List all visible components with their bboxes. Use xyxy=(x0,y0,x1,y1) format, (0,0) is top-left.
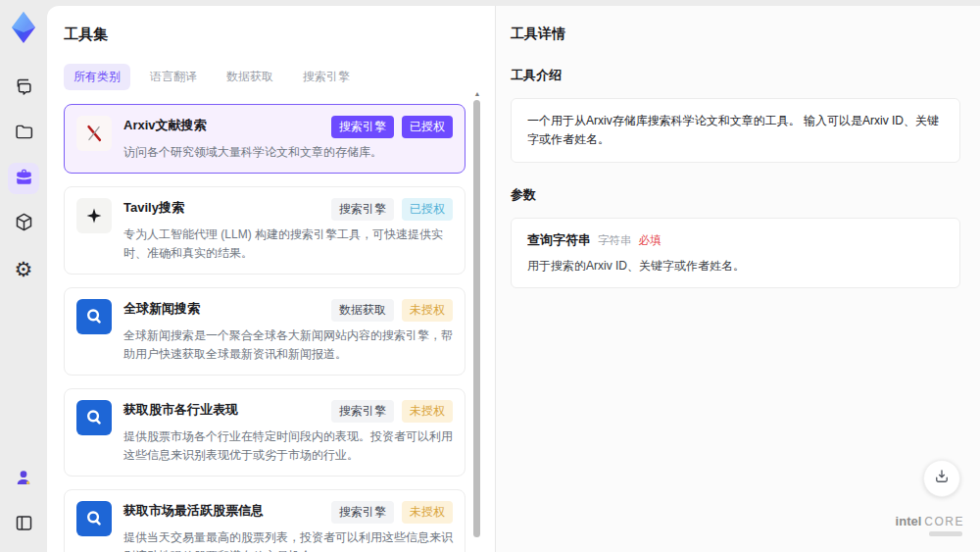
category-badge: 搜索引擎 xyxy=(331,198,394,221)
status-badge: 已授权 xyxy=(402,198,453,221)
gear-icon: ⚙ xyxy=(15,259,33,279)
core-brand-text: core xyxy=(924,515,964,528)
category-badge: 搜索引擎 xyxy=(331,501,394,524)
category-badge: 搜索引擎 xyxy=(331,400,394,423)
chat-icon xyxy=(14,76,34,101)
tool-description: 访问各个研究领域大量科学论文和文章的存储库。 xyxy=(123,143,453,162)
param-name: 查询字符串 xyxy=(527,231,591,249)
tool-description: 全球新闻搜索是一个聚合全球各大新闻网站内容的搜索引擎，帮助用户快速获取全球最新资… xyxy=(123,326,453,364)
main-panel: 工具集 所有类别 语言翻译 数据获取 搜索引擎 Arxiv文献搜索 xyxy=(47,6,980,552)
folder-icon xyxy=(14,122,34,146)
tavily-star-icon xyxy=(76,198,112,233)
arxiv-logo-icon xyxy=(76,116,112,151)
briefcase-icon xyxy=(14,167,34,191)
status-badge: 未授权 xyxy=(402,501,453,524)
tab-language-translation[interactable]: 语言翻译 xyxy=(140,64,207,90)
intro-card: 一个用于从Arxiv存储库搜索科学论文和文章的工具。 输入可以是Arxiv ID… xyxy=(511,98,960,163)
magnifier-icon xyxy=(76,400,112,435)
tool-name: Arxiv文献搜索 xyxy=(123,116,207,134)
tool-details-panel: 工具详情 工具介绍 一个用于从Arxiv存储库搜索科学论文和文章的工具。 输入可… xyxy=(495,6,980,552)
status-badge: 已授权 xyxy=(402,116,453,138)
tool-list: Arxiv文献搜索 搜索引擎 已授权 访问各个研究领域大量科学论文和文章的存储库… xyxy=(64,104,466,552)
tool-name: 全球新闻搜索 xyxy=(123,299,200,318)
tool-description: 专为人工智能代理 (LLM) 构建的搜索引擎工具，可快速提供实时、准确和真实的结… xyxy=(123,226,453,263)
tool-card-most-active-stocks[interactable]: 获取市场最活跃股票信息 搜索引擎 未授权 提供当天交易量最高的股票列表，投资者可… xyxy=(64,489,466,552)
tab-data-fetching[interactable]: 数据获取 xyxy=(217,64,283,90)
tool-list-scrollbar[interactable]: ▲ xyxy=(473,90,481,546)
panel-toggle-icon xyxy=(14,513,34,537)
magnifier-icon xyxy=(76,501,112,536)
category-badge: 搜索引擎 xyxy=(331,116,394,138)
status-badge: 未授权 xyxy=(402,299,453,322)
sidebar-item-account[interactable] xyxy=(8,464,39,495)
tool-name: Tavily搜索 xyxy=(123,198,184,217)
scrollbar-up-arrow[interactable]: ▲ xyxy=(473,90,481,98)
tab-search-engine[interactable]: 搜索引擎 xyxy=(293,64,360,90)
magnifier-icon xyxy=(76,299,112,334)
tab-all-categories[interactable]: 所有类别 xyxy=(64,64,130,90)
tool-name: 获取股市各行业表现 xyxy=(123,400,238,419)
tool-card-global-news[interactable]: 全球新闻搜索 数据获取 未授权 全球新闻搜索是一个聚合全球各大新闻网站内容的搜索… xyxy=(64,287,466,376)
intro-text: 一个用于从Arxiv存储库搜索科学论文和文章的工具。 输入可以是Arxiv ID… xyxy=(527,112,944,149)
sidebar-item-panel-toggle[interactable] xyxy=(8,509,39,540)
param-type: 字符串 xyxy=(598,233,632,248)
param-required-badge: 必填 xyxy=(639,233,662,248)
intel-core-logo: intelcore xyxy=(896,514,964,536)
user-icon xyxy=(14,468,33,491)
app-logo xyxy=(7,10,40,45)
sidebar-item-chat[interactable] xyxy=(8,73,39,104)
param-description: 用于搜索的Arxiv ID、关键字或作者姓名。 xyxy=(527,258,944,275)
sidebar-item-tools[interactable] xyxy=(8,163,39,194)
sidebar-item-files[interactable] xyxy=(8,118,39,149)
status-badge: 未授权 xyxy=(402,400,453,423)
intro-heading: 工具介绍 xyxy=(511,67,960,84)
tool-card-tavily[interactable]: Tavily搜索 搜索引擎 已授权 专为人工智能代理 (LLM) 构建的搜索引擎… xyxy=(64,186,466,275)
tool-card-sector-performance[interactable]: 获取股市各行业表现 搜索引擎 未授权 提供股票市场各个行业在特定时间段内的表现。… xyxy=(64,388,466,477)
scrollbar-thumb[interactable] xyxy=(473,100,480,537)
cube-icon xyxy=(14,212,34,236)
download-icon xyxy=(933,468,951,489)
params-heading: 参数 xyxy=(511,186,960,204)
param-card: 查询字符串 字符串 必填 用于搜索的Arxiv ID、关键字或作者姓名。 xyxy=(511,218,960,288)
details-title: 工具详情 xyxy=(511,25,960,43)
intel-brand-text: intel xyxy=(896,514,922,528)
sidebar-item-settings[interactable]: ⚙ xyxy=(8,253,39,284)
category-tabs: 所有类别 语言翻译 数据获取 搜索引擎 xyxy=(64,64,495,90)
page-title: 工具集 xyxy=(64,25,495,44)
tool-description: 提供股票市场各个行业在特定时间段内的表现。投资者可以利用这些信息来识别表现优于或… xyxy=(123,427,453,465)
tool-description: 提供当天交易量最高的股票列表，投资者可以利用这些信息来识别流动性强的股票和潜在的… xyxy=(123,528,453,552)
tool-name: 获取市场最活跃股票信息 xyxy=(123,501,264,520)
tools-panel: 工具集 所有类别 语言翻译 数据获取 搜索引擎 Arxiv文献搜索 xyxy=(47,6,495,552)
tool-card-arxiv[interactable]: Arxiv文献搜索 搜索引擎 已授权 访问各个研究领域大量科学论文和文章的存储库… xyxy=(64,104,466,174)
category-badge: 数据获取 xyxy=(331,299,394,322)
download-button[interactable] xyxy=(923,460,960,497)
intel-core-subtext xyxy=(929,531,962,536)
sidebar-rail: ⚙ xyxy=(0,0,47,552)
sidebar-item-packages[interactable] xyxy=(8,208,39,239)
